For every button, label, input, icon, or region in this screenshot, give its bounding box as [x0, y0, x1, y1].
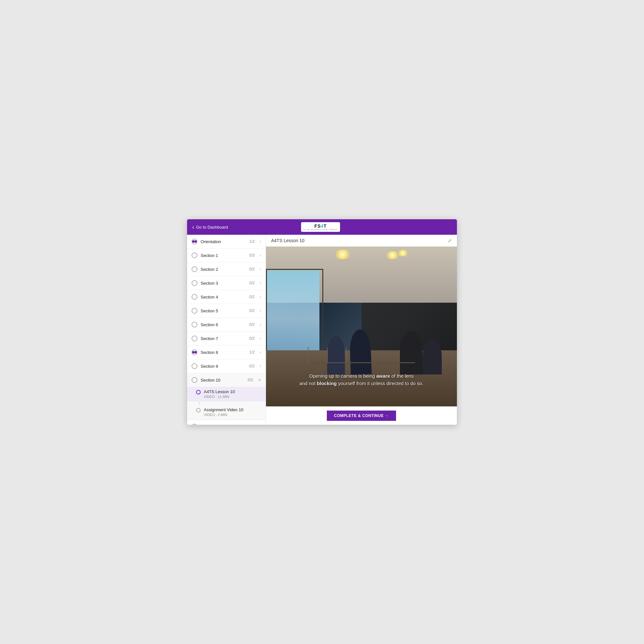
video-footer: COMPLETE & CONTINUE →	[266, 406, 457, 425]
section8-circle	[192, 349, 197, 355]
assignment10-meta: VIDEO · 2 MIN	[204, 413, 261, 417]
railing	[308, 362, 415, 363]
railing-post-2	[327, 347, 328, 363]
section2-label: Section 2	[201, 267, 246, 272]
go-to-dashboard-button[interactable]: Go to Dashboard	[192, 224, 228, 231]
section10-circle	[192, 377, 197, 383]
section8-chevron: ›	[260, 350, 261, 355]
logo-text: FS4T	[314, 223, 327, 229]
section1-label: Section 1	[201, 253, 246, 258]
section5-header[interactable]: Section 5 0/2 ›	[187, 304, 266, 317]
expand-icon[interactable]: ⤢	[448, 238, 452, 243]
sidebar-section-2: Section 2 0/2 ›	[187, 262, 266, 276]
section5-circle	[192, 308, 197, 314]
railing-post-3	[346, 347, 347, 363]
section10-progress: 0/2	[248, 378, 253, 382]
section4-progress: 0/2	[249, 295, 255, 299]
section11-label: Section 11	[201, 424, 246, 425]
section4-label: Section 4	[201, 295, 246, 299]
main-content: Orientation 1/2 › Section 1 0/3 › Sectio	[187, 235, 457, 425]
sidebar-section-orientation: Orientation 1/2 ›	[187, 235, 266, 249]
assignment10-title: Assignment Video 10	[204, 407, 261, 412]
sidebar-section-9: Section 9 0/2 ›	[187, 359, 266, 373]
section7-circle	[192, 336, 197, 341]
section10-chevron: ∨	[258, 378, 261, 382]
section1-progress: 0/3	[249, 253, 255, 258]
section9-progress: 0/2	[249, 364, 255, 368]
video-area: A4TS Lesson 10 ⤢	[266, 235, 457, 425]
orientation-progress: 1/2	[249, 239, 255, 244]
section2-chevron: ›	[260, 267, 261, 271]
section5-label: Section 5	[201, 308, 246, 313]
orientation-header[interactable]: Orientation 1/2 ›	[187, 235, 266, 248]
subtitle-bold1: aware	[376, 373, 390, 379]
section8-header[interactable]: Section 8 1/2 ›	[187, 346, 266, 359]
lesson-10-item[interactable]: A4TS Lesson 10 VIDEO · 11 MIN	[187, 387, 266, 402]
sidebar-section-1: Section 1 0/3 ›	[187, 249, 266, 262]
person4	[422, 339, 442, 374]
logo-area: FS4T FILM SCHOOL FOR TEENS	[301, 222, 340, 232]
section1-header[interactable]: Section 1 0/3 ›	[187, 249, 266, 262]
sidebar-section-7: Section 7 0/2 ›	[187, 332, 266, 346]
section3-header[interactable]: Section 3 0/2 ›	[187, 276, 266, 290]
section9-chevron: ›	[260, 364, 261, 368]
person3	[400, 331, 422, 374]
section6-header[interactable]: Section 6 0/2 ›	[187, 318, 266, 331]
complete-continue-button[interactable]: COMPLETE & CONTINUE →	[327, 411, 396, 421]
section1-circle	[192, 252, 197, 258]
top-bar: Go to Dashboard FS4T FILM SCHOOL FOR TEE…	[187, 219, 457, 235]
logo-box: FS4T FILM SCHOOL FOR TEENS	[301, 222, 340, 232]
section11-chevron: ›	[260, 424, 261, 425]
person1	[327, 336, 345, 374]
section4-circle	[192, 294, 197, 300]
section11-progress: 0/3	[249, 424, 255, 425]
subtitle-line2: and not blocking yourself from it unless…	[299, 381, 423, 386]
lesson10-circle	[196, 390, 201, 394]
section10-label: Section 10	[201, 378, 244, 383]
section6-circle	[192, 322, 197, 327]
assignment10-circle	[196, 408, 201, 412]
section9-circle	[192, 363, 197, 369]
section3-label: Section 3	[201, 281, 246, 286]
sidebar-section-8: Section 8 1/2 ›	[187, 346, 266, 359]
section11-circle	[192, 424, 197, 425]
sidebar-section-10: Section 10 0/2 ∨ A4TS Lesson 10 VIDEO · …	[187, 373, 266, 420]
video-title: A4TS Lesson 10	[271, 238, 305, 243]
section4-header[interactable]: Section 4 0/2 ›	[187, 290, 266, 304]
section7-label: Section 7	[201, 336, 246, 341]
section11-header[interactable]: Section 11 0/3 ›	[187, 420, 266, 425]
connector-line	[199, 402, 200, 405]
subtitle-line1: Opening up to camera is being aware of t…	[309, 373, 413, 379]
section2-circle	[192, 266, 197, 272]
section10-header[interactable]: Section 10 0/2 ∨	[187, 373, 266, 387]
video-scene: Opening up to camera is being aware of t…	[266, 247, 457, 406]
lesson10-title: A4TS Lesson 10	[204, 389, 261, 394]
section6-chevron: ›	[260, 322, 261, 327]
sidebar-section-6: Section 6 0/2 ›	[187, 318, 266, 332]
ceiling-light-1	[333, 250, 352, 259]
lesson10-info: A4TS Lesson 10 VIDEO · 11 MIN	[204, 389, 261, 399]
sidebar-section-5: Section 5 0/2 ›	[187, 304, 266, 318]
video-header: A4TS Lesson 10 ⤢	[266, 235, 457, 247]
section4-chevron: ›	[260, 295, 261, 299]
orientation-circle	[192, 239, 197, 244]
section3-circle	[192, 280, 197, 286]
section3-progress: 0/2	[249, 281, 255, 285]
section7-progress: 0/2	[249, 336, 255, 341]
assignment10-info: Assignment Video 10 VIDEO · 2 MIN	[204, 407, 261, 417]
browser-window: Go to Dashboard FS4T FILM SCHOOL FOR TEE…	[187, 219, 457, 425]
section9-header[interactable]: Section 9 0/2 ›	[187, 359, 266, 373]
assignment-10-item[interactable]: Assignment Video 10 VIDEO · 2 MIN	[187, 405, 266, 420]
railing-post-1	[308, 347, 308, 363]
section8-progress: 1/2	[249, 350, 255, 355]
subtitle-bold2: blocking	[317, 381, 337, 386]
video-container[interactable]: Opening up to camera is being aware of t…	[266, 247, 457, 406]
sidebar-section-11: Section 11 0/3 ›	[187, 420, 266, 425]
logo-subtext: FILM SCHOOL FOR TEENS	[304, 229, 338, 231]
sidebar-section-3: Section 3 0/2 ›	[187, 276, 266, 290]
section2-header[interactable]: Section 2 0/2 ›	[187, 262, 266, 276]
section6-label: Section 6	[201, 322, 246, 327]
section7-chevron: ›	[260, 336, 261, 341]
section1-chevron: ›	[260, 253, 261, 258]
section7-header[interactable]: Section 7 0/2 ›	[187, 332, 266, 345]
